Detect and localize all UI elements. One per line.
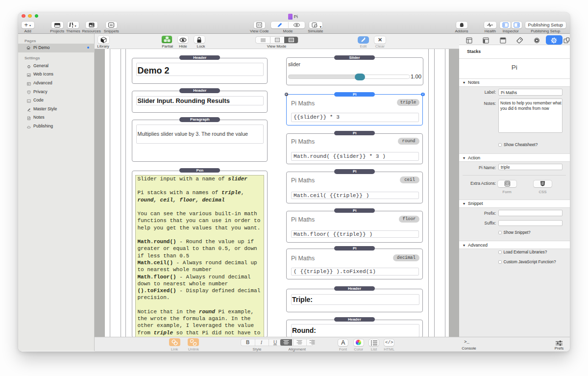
svg-text:<>: <> [27, 100, 30, 102]
